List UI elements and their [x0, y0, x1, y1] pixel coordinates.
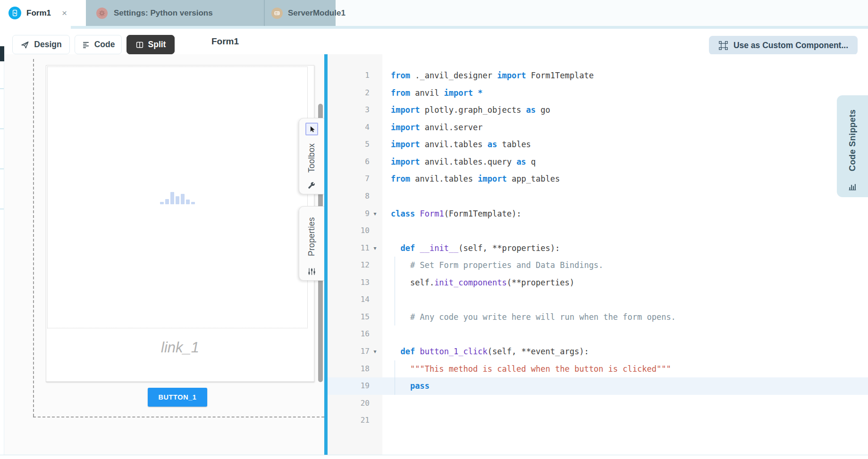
code-line[interactable]: 7from anvil.tables import app_tables — [328, 170, 868, 188]
toolbox-tab[interactable]: Toolbox — [299, 118, 324, 194]
line-number: 6 — [365, 153, 370, 171]
code-lines[interactable]: 1from ._anvil_designer import Form1Templ… — [328, 67, 868, 429]
link-component[interactable]: link_1 — [46, 339, 314, 356]
form-drop-outline-bottom — [33, 417, 324, 417]
code-line[interactable]: 9▾class Form1(Form1Template): — [328, 205, 868, 223]
fold-arrow-icon[interactable]: ▾ — [372, 343, 378, 360]
gear-icon — [96, 8, 108, 19]
line-number: 9 — [365, 205, 370, 223]
column-panel-dropzone[interactable] — [47, 67, 308, 328]
code-line[interactable]: 15 # Any code you write here will run wh… — [328, 309, 868, 326]
panel-bottom-edge — [0, 455, 868, 459]
line-number: 15 — [361, 309, 370, 326]
code-line[interactable]: 16 — [328, 325, 868, 343]
server-icon — [271, 8, 283, 19]
tab-settings-python-versions[interactable]: Settings: Python versions — [86, 0, 264, 26]
code-line[interactable]: 13 self.init_components(**properties) — [328, 274, 868, 292]
tab-label: Form1 — [26, 8, 51, 18]
tab-bar: Form1 × Settings: Python versions Server… — [0, 0, 868, 26]
line-number: 12 — [361, 257, 370, 274]
code-snippets-label: Code Snippets — [848, 103, 858, 177]
code-line[interactable]: 19 pass — [328, 377, 868, 395]
line-number: 5 — [365, 136, 370, 153]
toolbox-tab-label: Toolbox — [307, 140, 317, 176]
tab-label: ServerModule1 — [288, 8, 346, 18]
line-number: 14 — [361, 291, 370, 309]
editor-content: link_1 BUTTON_1 Toolbox Properties 1from… — [0, 54, 868, 459]
code-line[interactable]: 17▾ def button_1_click(self, **event_arg… — [328, 343, 868, 360]
fold-arrow-icon[interactable]: ▾ — [372, 205, 378, 223]
code-line[interactable]: 14 — [328, 291, 868, 309]
line-number: 17 — [361, 343, 370, 360]
line-number: 21 — [361, 412, 370, 429]
bar-chart-icon — [848, 182, 857, 192]
code-line[interactable]: 21 — [328, 412, 868, 429]
line-number: 8 — [365, 188, 370, 205]
fold-arrow-icon[interactable]: ▾ — [372, 240, 378, 257]
use-as-custom-component-button[interactable]: Use as Custom Component... — [709, 36, 858, 55]
line-number: 19 — [361, 377, 370, 395]
line-number: 4 — [365, 119, 370, 136]
code-line[interactable]: 4import anvil.server — [328, 119, 868, 136]
line-number: 13 — [361, 274, 370, 292]
line-number: 10 — [361, 222, 370, 240]
collapsed-sidebar-edge[interactable] — [0, 54, 4, 455]
design-canvas[interactable]: link_1 BUTTON_1 Toolbox Properties — [4, 54, 324, 455]
code-line[interactable]: 18 """This method is called when the but… — [328, 360, 868, 378]
line-number: 3 — [365, 101, 370, 119]
line-number: 7 — [365, 170, 370, 188]
component-frame-icon — [718, 41, 728, 50]
plot-placeholder-icon[interactable] — [160, 191, 195, 204]
code-line[interactable]: 1from ._anvil_designer import Form1Templ… — [328, 67, 868, 84]
line-number: 1 — [365, 67, 370, 84]
line-number: 18 — [361, 360, 370, 378]
close-icon[interactable]: × — [60, 8, 69, 18]
code-line[interactable]: 11▾ def __init__(self, **properties): — [328, 240, 868, 257]
code-editor[interactable]: 1from ._anvil_designer import Form1Templ… — [328, 54, 868, 455]
sliders-icon — [307, 267, 316, 276]
design-icon — [20, 40, 30, 50]
line-number: 2 — [365, 84, 370, 102]
split-icon — [135, 41, 144, 49]
code-line[interactable]: 12 # Set Form properties and Data Bindin… — [328, 257, 868, 274]
design-view-button[interactable]: Design — [12, 35, 70, 54]
form-drop-outline-left — [33, 59, 34, 417]
form-card[interactable]: link_1 — [46, 65, 314, 382]
code-line[interactable]: 8 — [328, 188, 868, 205]
tab-servermodule1[interactable]: ServerModule1 — [265, 0, 336, 26]
properties-tab-label: Properties — [307, 211, 317, 262]
split-drag-divider[interactable] — [324, 54, 328, 455]
sidebar-edge-notch — [0, 46, 4, 61]
select-tool-icon[interactable] — [305, 123, 318, 135]
wrench-icon — [307, 181, 316, 190]
editor-toolbar: Design Code Split Form1 Use as Custom Co… — [0, 29, 868, 54]
code-snippets-tab[interactable]: Code Snippets — [837, 95, 868, 197]
code-line[interactable]: 20 — [328, 395, 868, 412]
code-line[interactable]: 10 — [328, 222, 868, 240]
code-line[interactable]: 5import anvil.tables as tables — [328, 136, 868, 153]
form-title: Form1 — [211, 29, 239, 54]
line-number: 16 — [361, 325, 370, 343]
code-view-button[interactable]: Code — [75, 35, 122, 54]
anvil-editor-window: Form1 × Settings: Python versions Server… — [0, 0, 868, 459]
code-lines-icon — [82, 41, 90, 49]
form-icon — [8, 7, 21, 19]
properties-tab[interactable]: Properties — [299, 206, 324, 281]
code-line[interactable]: 3import plotly.graph_objects as go — [328, 101, 868, 119]
code-line[interactable]: 2from anvil import * — [328, 84, 868, 102]
button-component[interactable]: BUTTON_1 — [148, 388, 207, 407]
line-number: 11 — [361, 240, 370, 257]
tab-form1[interactable]: Form1 × — [0, 0, 86, 26]
split-view-button[interactable]: Split — [126, 35, 175, 54]
code-line[interactable]: 6import anvil.tables.query as q — [328, 153, 868, 171]
tab-label: Settings: Python versions — [114, 8, 213, 18]
line-number: 20 — [361, 395, 370, 412]
